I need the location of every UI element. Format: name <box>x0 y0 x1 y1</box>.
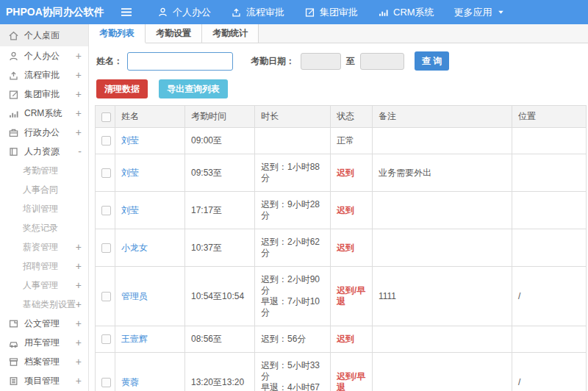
menu-icon[interactable] <box>120 7 133 18</box>
status-badge: 迟到/早退 <box>337 371 365 391</box>
sidebar-item[interactable]: 人力资源 - <box>0 142 88 161</box>
note-cell: 业务需要外出 <box>373 154 512 192</box>
sidebar-item[interactable]: 公文管理 + <box>0 314 88 333</box>
expand-toggle[interactable]: + <box>76 337 82 348</box>
employee-name-link[interactable]: 管理员 <box>121 291 148 301</box>
sidebar-item[interactable]: 人事合同 <box>0 180 88 199</box>
sidebar-item[interactable]: 薪资管理 + <box>0 237 88 257</box>
car-icon <box>8 337 19 348</box>
sidebar-item[interactable]: 考勤管理 <box>0 161 88 180</box>
expand-toggle[interactable]: + <box>76 126 82 138</box>
employee-name-link[interactable]: 黄蓉 <box>121 377 139 387</box>
expand-toggle[interactable]: + <box>76 318 82 329</box>
location-cell <box>512 128 587 154</box>
col-header-name: 姓名 <box>115 106 185 128</box>
to-label: 至 <box>346 55 355 68</box>
sidebar-item[interactable]: 流程审批 + <box>0 65 88 85</box>
tab[interactable]: 考勤设置 <box>146 24 202 43</box>
expand-toggle[interactable]: + <box>76 298 82 310</box>
row-checkbox[interactable] <box>101 334 111 344</box>
sidebar-item[interactable]: 基础类别设置 + <box>0 295 88 314</box>
date-end-input[interactable] <box>360 53 404 70</box>
sidebar-item[interactable]: 个人办公 + <box>0 46 88 65</box>
tab-label: 考勤列表 <box>99 28 135 38</box>
row-checkbox[interactable] <box>101 243 111 253</box>
sidebar-item[interactable]: 集团审批 + <box>0 85 88 104</box>
chart-icon <box>378 7 389 18</box>
date-label: 考勤日期： <box>251 55 295 68</box>
sidebar-item[interactable]: 人事管理 + <box>0 276 88 295</box>
sidebar-item[interactable]: 行政办公 + <box>0 123 88 142</box>
nav-item[interactable]: CRM系统 <box>378 6 434 19</box>
tab[interactable]: 考勤列表 <box>89 24 146 43</box>
expand-toggle[interactable]: + <box>76 107 82 119</box>
date-start-input[interactable] <box>301 53 341 70</box>
nav-item-label: 个人办公 <box>173 6 211 19</box>
sidebar-item-label: 公文管理 <box>24 318 60 330</box>
row-checkbox[interactable] <box>101 136 111 146</box>
sidebar-item-label: 培训管理 <box>23 203 58 215</box>
export-list-button[interactable]: 导出查询列表 <box>159 79 228 98</box>
sidebar-item[interactable]: 个人桌面 <box>0 24 88 46</box>
sidebar-item[interactable]: 奖惩记录 <box>0 218 88 237</box>
employee-name-link[interactable]: 小龙女 <box>121 243 148 253</box>
sidebar-item-label: 流程审批 <box>24 69 60 82</box>
location-cell <box>512 154 587 192</box>
expand-toggle[interactable]: + <box>76 279 82 291</box>
expand-toggle[interactable]: + <box>76 50 82 62</box>
note-cell <box>373 229 512 267</box>
col-header-status: 状态 <box>331 106 373 128</box>
location-cell <box>512 229 587 267</box>
sidebar-item-label: 薪资管理 <box>23 241 58 254</box>
clear-data-button[interactable]: 清理数据 <box>96 79 148 98</box>
expand-toggle[interactable]: + <box>76 88 82 100</box>
note-cell: 1111 <box>373 267 512 326</box>
nav-item[interactable]: 集团审批 <box>304 6 358 19</box>
expand-toggle[interactable]: + <box>76 356 82 367</box>
employee-name-link[interactable]: 王壹辉 <box>121 334 148 344</box>
note-cell <box>373 128 512 154</box>
col-header-location: 位置 <box>512 106 587 128</box>
sidebar-item[interactable]: 培训管理 <box>0 199 88 218</box>
sidebar-item[interactable]: 项目管理 + <box>0 371 88 390</box>
employee-name-link[interactable]: 刘莹 <box>121 205 139 215</box>
expand-toggle[interactable]: + <box>76 241 82 253</box>
nav-item-label: 集团审批 <box>320 6 358 19</box>
expand-toggle[interactable]: + <box>76 375 82 387</box>
name-input[interactable] <box>127 52 233 71</box>
sidebar-item[interactable]: 档案管理 + <box>0 352 88 371</box>
row-checkbox[interactable] <box>101 292 111 301</box>
attendance-table: 姓名 考勤时间 时长 状态 备注 位置 刘莹 09:00至 正常 <box>95 105 587 391</box>
employee-name-link[interactable]: 刘莹 <box>121 135 139 146</box>
nav-item[interactable]: 流程审批 <box>231 6 284 19</box>
user-icon <box>157 7 168 18</box>
attendance-time: 09:00至 <box>185 128 255 154</box>
table-row: 管理员 10:54至10:54 迟到：2小时90分 早退：7小时10分 迟到/早… <box>96 267 587 326</box>
row-checkbox[interactable] <box>101 378 111 387</box>
nav-item[interactable]: 个人办公 <box>157 6 211 19</box>
sidebar-item[interactable]: 用车管理 + <box>0 333 88 352</box>
employee-name-link[interactable]: 刘莹 <box>121 168 139 178</box>
chart-icon <box>8 108 19 119</box>
location-cell <box>512 326 587 353</box>
tab[interactable]: 考勤统计 <box>202 24 259 43</box>
row-checkbox[interactable] <box>101 168 111 178</box>
search-button[interactable]: 查 询 <box>415 51 449 71</box>
expand-toggle[interactable]: + <box>76 69 82 81</box>
expand-toggle[interactable]: + <box>76 260 82 272</box>
nav-item[interactable]: 更多应用 <box>454 6 505 19</box>
status-badge: 正常 <box>337 135 354 146</box>
sidebar-item-label: 个人桌面 <box>24 29 60 42</box>
sidebar-item[interactable]: CRM系统 + <box>0 104 88 123</box>
select-all-checkbox[interactable] <box>101 112 111 122</box>
expand-toggle[interactable]: - <box>78 146 82 157</box>
sidebar-item-label: 行政办公 <box>24 126 60 139</box>
row-checkbox[interactable] <box>101 206 111 215</box>
filter-bar: 姓名： 考勤日期： 至 查 询 <box>89 43 588 78</box>
sidebar-item[interactable]: 招聘管理 + <box>0 257 88 276</box>
app-logo[interactable]: PHPOA协同办公软件 <box>0 6 120 19</box>
sidebar-item-label: 基础类别设置 <box>23 298 76 311</box>
top-nav: 个人办公 流程审批 集团审批 CRM系统 更多应用 <box>137 6 505 19</box>
status-badge: 迟到 <box>337 205 354 215</box>
share-icon <box>231 7 242 18</box>
